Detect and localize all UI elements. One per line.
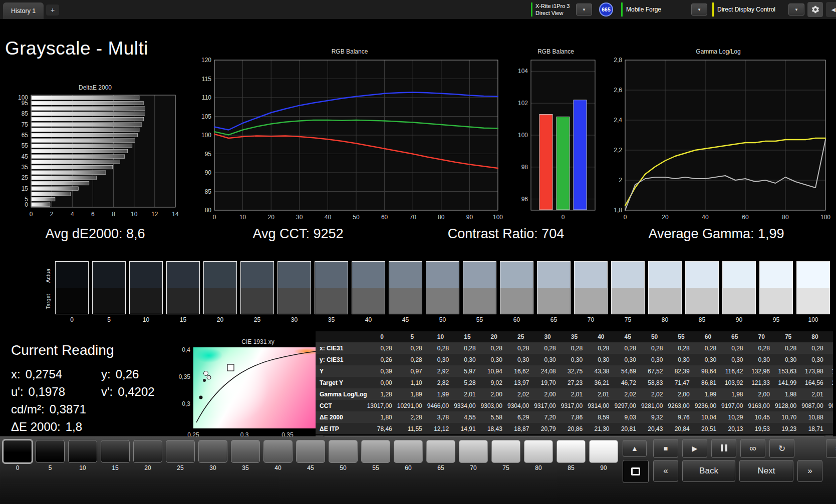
table-cell: 98,64: [695, 365, 721, 377]
table-cell: 0,30: [561, 354, 588, 365]
table-cell: 0,28: [454, 342, 480, 354]
next-button[interactable]: Next: [739, 460, 793, 482]
extra-tool-button[interactable]: ⇄: [826, 439, 836, 458]
back-button[interactable]: Back: [682, 460, 735, 482]
grayscale-step-button-75[interactable]: 75: [491, 440, 520, 471]
table-cell: 14,91: [454, 423, 480, 434]
grayscale-step-button-70[interactable]: 70: [459, 440, 488, 471]
measured-point-marker: [204, 371, 208, 376]
table-cell: 6,29: [507, 411, 534, 423]
settings-button[interactable]: [807, 2, 823, 17]
source-selector[interactable]: Mobile Forge: [626, 6, 661, 13]
rgb-balance-bar-plot: 10410210098960: [512, 56, 600, 232]
table-cell: 173,98: [801, 365, 828, 377]
gamma-chart-title: Gamma Log/Log: [605, 48, 831, 56]
deltae-bar: [32, 144, 132, 148]
table-cell: 20,43: [641, 423, 668, 434]
table-column-header: 60: [695, 331, 721, 342]
continuous-read-button[interactable]: ∞: [740, 439, 765, 458]
grayscale-step-button-0[interactable]: 0: [3, 440, 32, 471]
table-cell: 0,28: [534, 342, 561, 354]
grayscale-step-button-90[interactable]: 90: [589, 440, 618, 471]
grayscale-step-button-25[interactable]: 25: [166, 440, 195, 471]
rgb-balance-line-plot: 1201151101051009590858001020304050607080…: [196, 56, 503, 232]
swatch-color-box: [352, 261, 385, 314]
table-cell: 10291,00: [397, 400, 427, 411]
grayscale-step-button-5[interactable]: 5: [36, 440, 65, 471]
svg-text:0: 0: [562, 214, 565, 221]
grayscale-step-button-55[interactable]: 55: [361, 440, 390, 471]
table-cell: 0,26: [367, 354, 397, 365]
swatch-target-color: [426, 288, 459, 314]
refresh-button[interactable]: ↻: [769, 439, 794, 458]
step-button-label: 35: [231, 464, 260, 471]
grayscale-step-button-40[interactable]: 40: [263, 440, 293, 471]
swatch-color-box: [315, 261, 348, 314]
double-chevron-right-icon: »: [807, 466, 812, 476]
grayscale-step-button-45[interactable]: 45: [296, 440, 325, 471]
deltae-bar: [32, 192, 71, 196]
swatch-target-color: [93, 288, 125, 314]
grayscale-step-button-20[interactable]: 20: [133, 440, 162, 471]
table-cell: 9314,00: [588, 400, 614, 411]
stop-button[interactable]: ■: [653, 439, 678, 458]
table-cell: 9317,00: [561, 400, 588, 411]
play-button[interactable]: ▶: [682, 439, 707, 458]
display-control-selector[interactable]: Direct Display Control: [717, 6, 775, 13]
swatch-target-color: [389, 288, 422, 314]
top-bar: History 1 + X-Rite i1Pro 3 Direct View ▼…: [0, 0, 836, 19]
meter-selector[interactable]: X-Rite i1Pro 3 Direct View: [535, 3, 570, 17]
grayscale-step-button-60[interactable]: 60: [394, 440, 423, 471]
pattern-window-button[interactable]: [623, 460, 649, 483]
svg-text:15: 15: [22, 185, 29, 192]
page-title: Grayscale - Multi: [5, 38, 148, 59]
svg-text:90: 90: [466, 214, 473, 221]
table-cell: 2,28: [397, 411, 427, 423]
first-step-button[interactable]: «: [653, 460, 678, 482]
table-cell: 103,92: [721, 377, 748, 388]
table-cell: 46,72: [615, 377, 641, 388]
svg-text:85: 85: [22, 110, 29, 117]
collapse-panel-button[interactable]: ◀: [826, 2, 836, 17]
swatch-color-box: [685, 261, 719, 314]
grayscale-step-button-10[interactable]: 10: [68, 440, 97, 471]
reading-y: y:0,26: [101, 365, 139, 383]
grayscale-step-button-30[interactable]: 30: [198, 440, 227, 471]
deltae-bar: [32, 197, 55, 201]
swatch-level-label: 35: [315, 316, 348, 323]
table-cell: 10,04: [695, 411, 721, 423]
swatch-color-box: [722, 261, 756, 314]
table-cell: 2,00: [748, 388, 774, 400]
table-row: Y0,390,972,925,9710,9416,6224,0832,7543,…: [316, 365, 833, 377]
grayscale-step-button-15[interactable]: 15: [101, 440, 130, 471]
display-control-dropdown-button[interactable]: ▼: [788, 4, 804, 16]
table-header-row: 0510152025303540455055606570758085: [316, 331, 833, 342]
table-cell: 141,99: [775, 377, 801, 388]
measured-point-marker: [207, 375, 211, 379]
grayscale-step-button-35[interactable]: 35: [231, 440, 260, 471]
target-row-label: Target: [44, 289, 52, 315]
deltae-bar: [32, 128, 139, 132]
grayscale-step-button-80[interactable]: 80: [524, 440, 553, 471]
deltae-chart-plot: 0246810121410095857565554535251550: [11, 92, 179, 220]
pause-button[interactable]: [711, 439, 736, 458]
table-cell: 9263,00: [668, 400, 694, 411]
grayscale-swatch-20: 20: [203, 261, 237, 323]
grayscale-step-button-85[interactable]: 85: [556, 440, 586, 471]
meter-dropdown-button[interactable]: ▼: [576, 4, 592, 16]
grayscale-step-button-50[interactable]: 50: [329, 440, 358, 471]
svg-text:35: 35: [22, 164, 29, 171]
swatch-color-box: [611, 261, 645, 314]
reading-x: x:0,2754: [11, 365, 101, 383]
deltae-bar: [32, 149, 128, 153]
add-tab-button[interactable]: +: [46, 5, 59, 16]
grayscale-step-button-65[interactable]: 65: [426, 440, 455, 471]
last-step-button[interactable]: »: [797, 460, 822, 482]
svg-text:55: 55: [22, 142, 29, 149]
chevron-down-icon: ▼: [794, 8, 798, 12]
table-row: ΔE 20001,802,283,784,555,586,297,207,868…: [316, 411, 833, 423]
history-tab[interactable]: History 1: [3, 3, 44, 19]
source-dropdown-button[interactable]: ▼: [691, 4, 707, 16]
expand-up-button[interactable]: ▲: [623, 440, 647, 457]
swatch-actual-color: [426, 262, 459, 288]
